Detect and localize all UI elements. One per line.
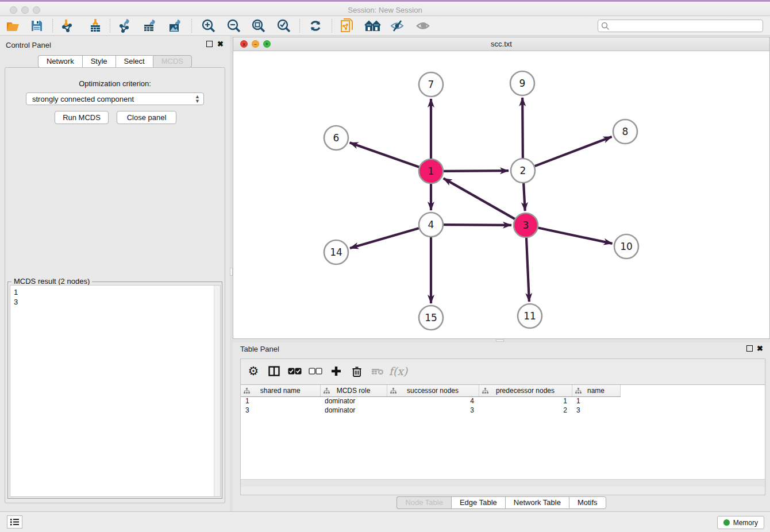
select-all-button[interactable]: [284, 363, 305, 380]
open-session-button[interactable]: [3, 18, 24, 34]
column-settings-button[interactable]: ⚙: [243, 363, 264, 380]
result-line: 1: [14, 287, 220, 297]
memory-status-icon: [723, 519, 730, 526]
zoom-fit-button[interactable]: [248, 18, 268, 34]
table-cell[interactable]: 3: [241, 406, 320, 415]
import-table-button[interactable]: [85, 18, 106, 34]
control-panel-title: Control Panel: [6, 41, 51, 49]
homes-icon: [364, 20, 382, 32]
search-field[interactable]: [598, 20, 763, 32]
graph-edge-3-1[interactable]: [444, 178, 515, 219]
graph-edge-2-9[interactable]: [522, 98, 523, 158]
graph-edge-4-3[interactable]: [444, 225, 511, 225]
tab-network[interactable]: Network: [38, 55, 82, 68]
graph-edge-4-14[interactable]: [350, 228, 419, 248]
tab-node-table[interactable]: Node Table: [396, 496, 451, 509]
table-cell[interactable]: 1: [572, 396, 620, 406]
zoom-in-button[interactable]: [198, 18, 218, 34]
run-mcds-button[interactable]: Run MCDS: [55, 111, 109, 124]
delete-column-button[interactable]: [346, 363, 367, 380]
result-scrollbar[interactable]: [214, 286, 220, 496]
column-header-successor-nodes[interactable]: successor nodes: [387, 385, 479, 396]
checked-boxes-icon: [288, 368, 302, 375]
graph-edge-3-10[interactable]: [538, 228, 613, 244]
tab-mcds[interactable]: MCDS: [153, 55, 192, 68]
table-cell[interactable]: dominator: [320, 406, 387, 415]
save-icon: [30, 20, 43, 32]
graph-node-label: 15: [425, 312, 437, 323]
graph-edge-1-6[interactable]: [350, 142, 419, 167]
table-cell[interactable]: 4: [387, 396, 479, 406]
columns-icon: [268, 366, 280, 376]
export-image-icon: [168, 19, 183, 33]
import-network-button[interactable]: [57, 18, 78, 34]
tab-edge-table[interactable]: Edge Table: [451, 496, 505, 509]
tab-style[interactable]: Style: [82, 55, 116, 68]
export-table-button[interactable]: [140, 18, 161, 34]
table-cell[interactable]: 2: [479, 406, 572, 415]
graph-edge-1-2[interactable]: [444, 171, 509, 171]
memory-button[interactable]: Memory: [717, 516, 764, 529]
graph-node-label: 10: [620, 241, 633, 252]
network-window-titlebar[interactable]: x – + scc.txt: [233, 37, 769, 51]
export-image-button[interactable]: [165, 18, 186, 34]
table-cell[interactable]: 1: [241, 396, 320, 406]
table-cell[interactable]: 1: [479, 396, 572, 406]
create-column-button[interactable]: [326, 363, 346, 380]
table-cell[interactable]: 3: [387, 406, 479, 415]
control-panel-close-button[interactable]: ✖: [217, 40, 224, 48]
column-header-shared-name[interactable]: shared name: [241, 385, 320, 396]
column-header-name[interactable]: name: [572, 385, 620, 396]
function-builder-button[interactable]: f(x): [388, 363, 409, 380]
table-row[interactable]: 3dominator323: [241, 406, 620, 415]
zoom-selected-button[interactable]: [273, 18, 294, 34]
apply-layout-button[interactable]: [305, 18, 326, 34]
mcds-result-list[interactable]: 13: [10, 285, 221, 497]
hide-graphics-details-button[interactable]: [387, 18, 408, 34]
tab-select[interactable]: Select: [116, 55, 153, 68]
network-graph[interactable]: 7968124314101511: [233, 51, 769, 338]
home-pages-button[interactable]: [363, 18, 383, 34]
column-header-MCDS-role[interactable]: MCDS role: [320, 385, 387, 396]
graph-edge-3-11[interactable]: [526, 238, 529, 302]
zoom-out-button[interactable]: [223, 18, 244, 34]
toolbar-separator: [52, 19, 53, 33]
delete-table-button[interactable]: [367, 363, 388, 380]
mcds-result-title: MCDS result (2 nodes): [11, 277, 92, 286]
network-window-title: scc.txt: [233, 40, 769, 48]
table-row[interactable]: 1dominator411: [241, 396, 620, 406]
network-canvas[interactable]: 7968124314101511: [233, 51, 769, 338]
export-network-button[interactable]: [115, 18, 136, 34]
show-graphics-details-button[interactable]: [413, 18, 434, 34]
graph-node-label: 7: [428, 79, 434, 90]
control-panel-float-button[interactable]: [206, 41, 213, 47]
node-table-grid[interactable]: shared nameMCDS rolesuccessor nodesprede…: [241, 385, 621, 415]
network-from-file-button[interactable]: [337, 18, 357, 34]
graph-edge-2-8[interactable]: [535, 137, 612, 166]
plus-icon: [331, 366, 341, 376]
table-panel-close-button[interactable]: ✖: [757, 344, 763, 353]
tab-network-table[interactable]: Network Table: [505, 496, 569, 509]
graph-edge-2-3[interactable]: [523, 183, 525, 211]
save-session-button[interactable]: [26, 18, 47, 34]
splitter-grip[interactable]: [496, 340, 504, 342]
tab-motifs[interactable]: Motifs: [569, 496, 606, 509]
horizontal-splitter[interactable]: [233, 339, 770, 342]
hierarchy-icon: [390, 388, 396, 394]
show-columns-button[interactable]: [264, 363, 284, 380]
deselect-all-button[interactable]: [305, 363, 326, 380]
search-input[interactable]: [610, 22, 763, 30]
application-window: Session: New Session: [0, 0, 770, 532]
graph-node-label: 8: [622, 126, 629, 137]
memory-label: Memory: [733, 519, 758, 527]
table-horizontal-scrollbar[interactable]: [241, 479, 765, 487]
close-panel-button[interactable]: Close panel: [117, 111, 176, 124]
table-toolbar: ⚙: [241, 359, 765, 383]
criterion-dropdown[interactable]: strongly connected component ▲▼: [26, 92, 204, 105]
control-panel-tabs: Network Style Select MCDS: [0, 55, 230, 68]
table-panel-float-button[interactable]: [746, 345, 753, 352]
table-cell[interactable]: 3: [572, 406, 620, 415]
table-cell[interactable]: dominator: [320, 396, 387, 406]
column-header-predecessor-nodes[interactable]: predecessor nodes: [479, 385, 572, 396]
task-history-button[interactable]: [7, 515, 22, 529]
